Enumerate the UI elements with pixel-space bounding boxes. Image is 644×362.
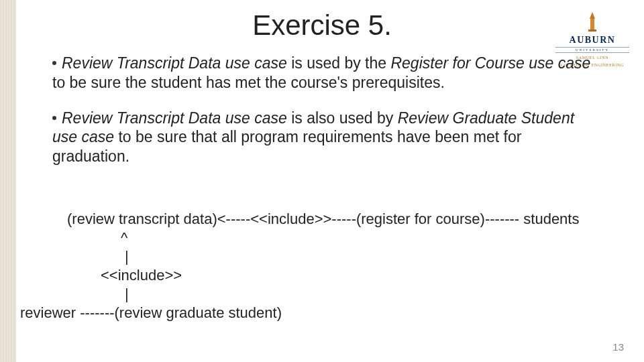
slide-title: Exercise 5. [0, 9, 644, 42]
bullet-2-seg4: to be sure that all program requirements… [52, 128, 521, 165]
diagram-line-2: ^ [121, 228, 644, 248]
bullet-2-seg1: Review Transcript Data use case [62, 109, 287, 127]
bullet-dot-icon [52, 61, 56, 65]
logo-subtext: UNIVERSITY [555, 47, 629, 53]
diagram-line-5: | [125, 284, 644, 304]
bullet-2-seg2: is also used by [287, 109, 398, 127]
bullet-dot-icon [52, 116, 56, 120]
bullet-1: Review Transcript Data use case is used … [52, 54, 602, 93]
diagram-line-3: | [125, 247, 644, 267]
bullet-1-seg4: to be sure the student has met the cours… [52, 74, 445, 91]
diagram-line-6: reviewer -------(review graduate student… [20, 303, 624, 323]
left-decorative-border [0, 0, 16, 362]
bullet-1-seg2: is used by the [287, 54, 391, 72]
bullet-1-seg1: Review Transcript Data use case [62, 54, 287, 72]
slide: AUBURN UNIVERSITY SAMUEL GINN COLLEGE OF… [0, 0, 644, 362]
bullet-1-seg3: Register for Course use case [390, 54, 590, 72]
diagram-line-1: (review transcript data)<-----<<include>… [67, 209, 624, 229]
slide-body: Review Transcript Data use case is used … [52, 54, 602, 182]
diagram-line-4: <<include>> [101, 265, 644, 286]
bullet-2: Review Transcript Data use case is also … [52, 109, 602, 166]
page-number: 13 [612, 341, 624, 353]
